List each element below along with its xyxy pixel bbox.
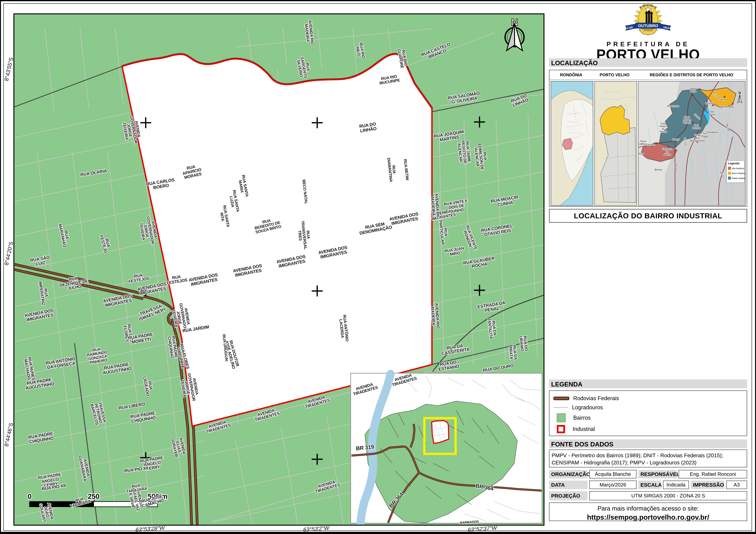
page-border-left: [0, 0, 1, 534]
industrial-swatch-icon: [557, 425, 565, 433]
map-title: LOCALIZAÇÃO DO BAIRRO INDUSTRIAL: [549, 209, 747, 223]
legend-label-rodovias: Rodovias Federais: [573, 395, 619, 401]
svg-text:Abunã: Abunã: [672, 138, 680, 141]
projecao-label: PROJEÇÃO: [549, 491, 587, 500]
info-row-3: PROJEÇÃO UTM SIRGAS 2000 - ZONA 20 S: [549, 491, 747, 500]
svg-text:RUA JAIMEPEIXOTO DEALENCAR: RUA JAIMEPEIXOTO DEALENCAR: [457, 140, 472, 165]
responsavel-label: RESPONSÁVEL: [638, 470, 677, 478]
legend-label-logradouros: Logradouros: [572, 404, 603, 411]
impressao-label: IMPRESSÃO: [691, 481, 724, 489]
page-border-top: [0, 0, 756, 1]
legend-item-logradouros: Logradouros: [554, 404, 747, 411]
projecao-value: UTM SIRGAS 2000 - ZONA 20 S: [589, 491, 747, 500]
svg-text:BR 425: BR 425: [675, 164, 677, 171]
info-row-2: DATA Março/2026 ESCALA Indicada IMPRESSÃ…: [549, 481, 747, 489]
inset-overview-map: [351, 373, 542, 523]
inset-industrial-polygon: [432, 420, 449, 444]
crest-banner-text: OUTUBRO: [638, 23, 658, 28]
logo-block: OUTUBRO 2 DE 1914 PORTO VELHO PREFEITURA…: [549, 2, 747, 61]
legend-box: Rodovias Federais Logradouros Bairros In…: [549, 391, 747, 436]
fonte-header: FONTE DOS DADOS: [549, 440, 747, 448]
page-border-bottom: [0, 532, 756, 534]
locator-map-rondonia: [551, 81, 593, 206]
regioes-legend-item-3: Médio Madeira: [732, 177, 745, 179]
svg-text:NovaMutumParaná: NovaMutumParaná: [683, 116, 691, 124]
main-map: N 0 250 500 m: [14, 13, 544, 526]
escala-value: Indicada: [663, 481, 689, 489]
svg-text:RUA DAPRATA: RUA DAPRATA: [508, 345, 518, 361]
fonte-text: PMPV - Perímetro dos Bairros (1989); DNI…: [550, 450, 747, 468]
fonte-box: PMPV - Perímetro dos Bairros (1989); DNI…: [549, 449, 747, 468]
localizacao-header: LOCALIZAÇÃO: [549, 58, 747, 67]
regioes-legend-item-1: Alto Madeira: [732, 167, 744, 170]
data-value: Março/2026: [589, 481, 636, 489]
locator-map-porto-velho: [594, 81, 637, 206]
svg-text:Amazonas: Amazonas: [667, 105, 679, 108]
locator-title-porto-velho: PORTO VELHO: [593, 70, 636, 80]
legend-label-bairros: Bairros: [573, 415, 591, 421]
data-label: DATA: [549, 481, 587, 489]
legend-item-rodovias: Rodovias Federais: [554, 395, 747, 401]
svg-text:Nazaré: Nazaré: [705, 102, 714, 105]
impressao-value: A3: [726, 481, 747, 489]
info-row-1: ORGANIZAÇÃO Ácquila Blanche RESPONSÁVEL …: [549, 470, 747, 478]
svg-text:Acre: Acre: [639, 152, 644, 155]
regioes-legend-title: Legenda: [728, 162, 740, 165]
svg-text:0: 0: [28, 493, 32, 500]
svg-text:AVENIDA RIOMADEIRA: AVENIDA RIOMADEIRA: [430, 193, 441, 219]
svg-text:PortoVelho: PortoVelho: [690, 87, 696, 93]
bairros-swatch-icon: [557, 413, 566, 422]
svg-text:Demarcação: Demarcação: [720, 105, 734, 108]
svg-text:Bolívia: Bolívia: [655, 168, 662, 171]
organizacao-label: ORGANIZAÇÃO: [549, 470, 587, 478]
organizacao-value: Ácquila Blanche: [589, 470, 636, 478]
regioes-legend-item-2: Baixo Madeira: [732, 172, 745, 174]
regioes-north-label: N: [739, 91, 741, 94]
legend-item-industrial: Industrial: [554, 425, 747, 433]
north-arrow-label: N: [511, 17, 518, 28]
main-map-canvas: N 0 250 500 m: [14, 14, 544, 525]
locator-map-regioes: N Legenda Alto Madeira Baixo Madeira Méd…: [638, 81, 745, 206]
locator-titles: RONDÔNIA PORTO VELHO REGIÕES E DISTRITOS…: [550, 70, 747, 80]
legenda-header: LEGENDA: [549, 379, 747, 388]
footer-text: Para mais informações acesso o site:: [550, 505, 747, 512]
svg-text:Calama: Calama: [717, 98, 726, 101]
legend-item-bairros: Bairros: [554, 413, 747, 422]
svg-text:Extrema: Extrema: [646, 143, 655, 146]
rodovias-swatch-icon: [554, 397, 569, 400]
footer-box: Para mais informações acesso o site: htt…: [549, 502, 747, 521]
page-border-right: [755, 0, 756, 534]
locator-title-regioes: REGIÕES E DISTRITOS DE PORTO VELHO: [636, 70, 747, 80]
svg-text:Rondônia: Rondônia: [707, 131, 718, 134]
regioes-legend: Legenda Alto Madeira Baixo Madeira Médio…: [726, 161, 745, 183]
escala-label: ESCALA: [638, 481, 661, 489]
svg-text:VistaAlegredoAbunã: VistaAlegredoAbunã: [660, 122, 667, 133]
svg-text:AVENIDA RIOMADEIRA: AVENIDA RIOMADEIRA: [430, 303, 441, 329]
svg-text:RUA DOURANIO: RUA DOURANIO: [519, 336, 529, 352]
responsavel-value: Eng. Rafael Ronconi: [679, 470, 747, 478]
locator-title-rondonia: RONDÔNIA: [550, 70, 593, 80]
logradouros-swatch-icon: [554, 407, 568, 408]
footer-url[interactable]: https://sempog.portovelho.ro.gov.br/: [550, 513, 747, 521]
side-panel: OUTUBRO 2 DE 1914 PORTO VELHO PREFEITURA…: [549, 0, 747, 534]
city-crest: OUTUBRO 2 DE 1914 PORTO VELHO: [616, 2, 680, 39]
locator-maps-box: RONDÔNIA PORTO VELHO REGIÕES E DISTRITOS…: [549, 70, 747, 207]
legend-label-industrial: Industrial: [573, 426, 595, 432]
